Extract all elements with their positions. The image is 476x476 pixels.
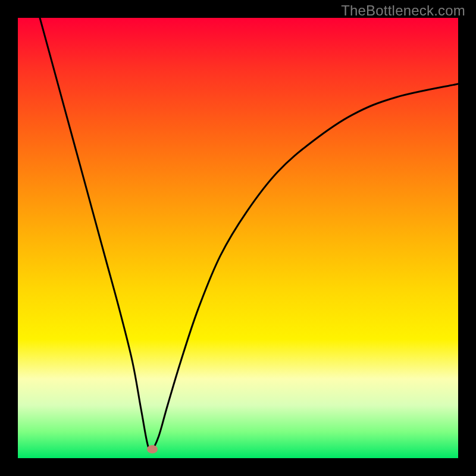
bottleneck-curve: [18, 18, 458, 458]
watermark-text: TheBottleneck.com: [341, 2, 465, 19]
optimal-point-marker: [147, 445, 158, 453]
chart-frame: TheBottleneck.com: [0, 0, 476, 476]
plot-area: [18, 18, 458, 458]
